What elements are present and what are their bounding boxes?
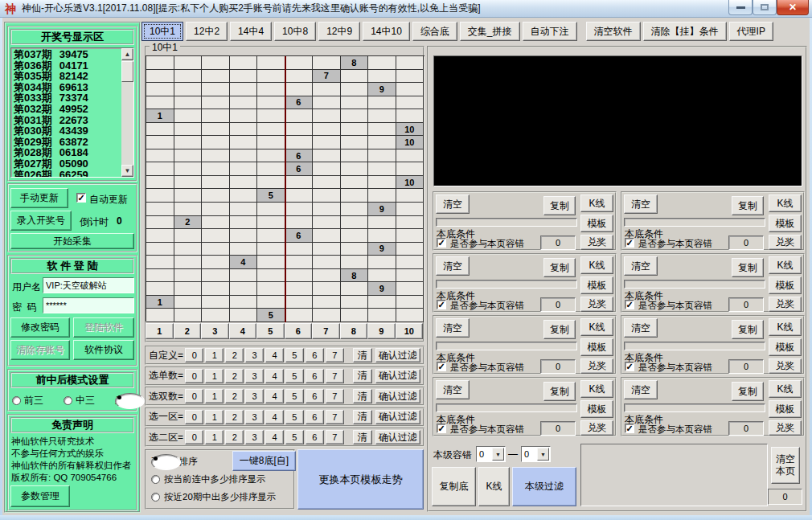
grid-hit-cell[interactable]: 9 [368,83,396,96]
grid-cell[interactable] [396,56,424,70]
tab-10[interactable]: 清除【挂】条件 [643,22,727,41]
grid-column-button[interactable]: 3 [201,323,229,339]
grid-cell[interactable] [341,83,369,96]
grid-cell[interactable] [202,96,230,110]
grid-cell[interactable] [257,256,285,269]
grid-cell[interactable] [257,282,285,296]
grid-cell[interactable] [341,243,369,256]
mode-option[interactable]: 前三 [12,394,43,407]
grid-cell[interactable] [396,282,424,296]
grid-cell[interactable] [230,96,258,110]
filter-number-button[interactable]: 2 [225,410,244,424]
grid-cell[interactable] [202,282,230,296]
grid-cell[interactable] [368,162,396,176]
grid-hit-cell[interactable]: 1 [146,296,174,309]
filter-number-button[interactable]: 6 [306,410,324,424]
grid-cell[interactable] [341,109,369,123]
grid-cell[interactable] [146,176,174,190]
grid-cell[interactable] [341,70,369,84]
grid-cell[interactable] [341,189,369,203]
grid-cell[interactable] [257,162,285,176]
grid-hit-cell[interactable]: 6 [285,162,314,176]
grid-column-button[interactable]: 2 [174,323,202,339]
manual-update-button[interactable]: 手动更新 [10,188,68,208]
grid-cell[interactable] [313,256,341,269]
grid-cell[interactable] [341,203,369,216]
grid-cell[interactable] [285,243,314,256]
grid-cell[interactable] [368,136,396,149]
panel-clear-button[interactable]: 清空 [624,380,658,399]
grid-cell[interactable] [368,70,396,84]
grid-cell[interactable] [341,216,369,230]
grid-column-button[interactable]: 1 [146,323,174,339]
grid-cell[interactable] [230,83,258,96]
filter-number-button[interactable]: 0 [185,410,203,424]
grid-cell[interactable] [313,243,341,256]
grid-column-button[interactable]: 10 [396,323,424,339]
grid-cell[interactable] [313,282,341,296]
grid-cell[interactable] [313,83,341,96]
filter-confirm-button[interactable]: 确认过滤 [375,410,421,424]
filter-number-button[interactable]: 2 [225,369,244,383]
panel-input-strip[interactable] [624,403,765,412]
filter-number-button[interactable]: 6 [306,369,324,383]
filter-number-button[interactable]: 1 [205,369,224,383]
grid-hit-cell[interactable]: 7 [313,70,341,84]
grid-cell[interactable] [313,176,341,190]
grid-cell[interactable] [257,269,285,283]
filter-clear-button[interactable]: 清 [353,369,372,383]
grid-cell[interactable] [313,216,341,230]
grid-cell[interactable] [230,136,258,149]
grid-hit-cell[interactable]: 8 [341,269,369,283]
grid-hit-cell[interactable]: 10 [396,136,424,149]
sort-option[interactable]: 不指定排序 [151,456,198,468]
grid-cell[interactable] [230,70,258,84]
panel-redeem-button[interactable]: 兑奖 [580,420,613,436]
clear-page-button[interactable]: 清空本页 [771,447,800,484]
filter-number-button[interactable]: 2 [225,348,244,362]
grid-cell[interactable] [174,123,203,137]
grid-cell[interactable] [174,96,203,110]
filter-number-button[interactable]: 1 [205,389,224,403]
grid-cell[interactable] [368,256,396,269]
grid-cell[interactable] [174,83,203,96]
scroll-down-button[interactable]: ▼ [121,165,133,177]
grid-cell[interactable] [146,136,174,149]
grid-column-button[interactable]: 9 [367,323,396,339]
grid-cell[interactable] [285,189,314,203]
grid-cell[interactable] [146,149,174,163]
grid-cell[interactable] [257,136,285,149]
panel-participate-checkbox[interactable]: ✓ [625,300,634,309]
grid-cell[interactable] [230,203,258,216]
grid-cell[interactable] [341,136,369,149]
grid-cell[interactable] [202,56,230,70]
panel-kline-button[interactable]: K线 [769,256,802,274]
grid-cell[interactable] [396,296,424,309]
grid-cell[interactable] [285,136,314,149]
grid-cell[interactable] [146,123,174,137]
grid-cell[interactable] [257,216,285,230]
filter-number-button[interactable]: 2 [225,389,244,403]
grid-cell[interactable] [313,96,341,110]
grid-cell[interactable] [146,243,174,256]
filter-number-button[interactable]: 3 [245,348,264,362]
grid-cell[interactable] [285,296,314,309]
grid-cell[interactable] [285,269,314,283]
grid-cell[interactable] [230,123,258,137]
grid-cell[interactable] [174,256,203,269]
filter-confirm-button[interactable]: 确认过滤 [375,430,421,444]
tab-5[interactable]: 14中10 [363,22,410,41]
filter-number-button[interactable]: 5 [285,410,304,424]
filter-number-button[interactable]: 4 [265,410,284,424]
grid-cell[interactable] [368,216,396,230]
grid-cell[interactable] [230,309,258,322]
panel-copy-button[interactable]: 复制 [732,382,764,401]
filter-number-button[interactable]: 0 [185,430,203,444]
tab-3[interactable]: 10中8 [274,22,316,41]
grid-cell[interactable] [313,296,341,309]
filter-number-button[interactable]: 1 [205,348,224,362]
change-template-button[interactable]: 更换本页模板走势 [297,449,424,510]
grid-cell[interactable] [257,176,285,190]
grid-cell[interactable] [285,70,314,84]
grid-cell[interactable] [146,309,174,322]
